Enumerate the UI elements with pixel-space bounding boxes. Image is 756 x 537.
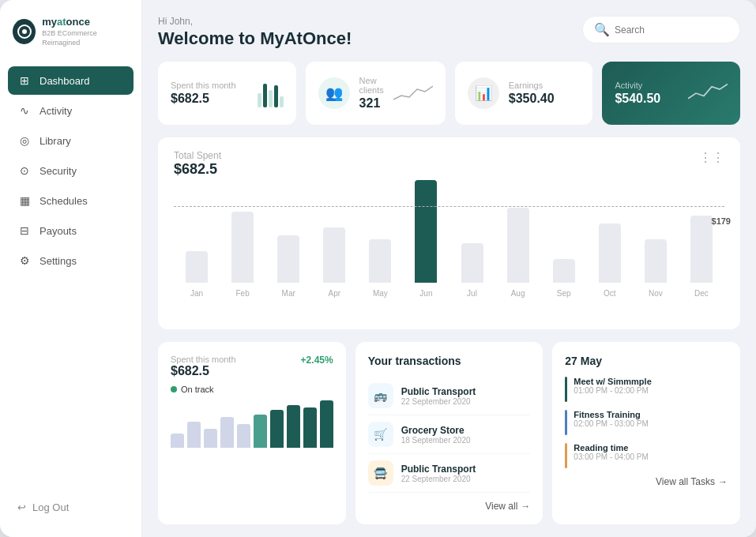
payouts-icon: ⊟	[17, 224, 32, 237]
stat-value-spent: $682.5	[171, 92, 248, 106]
bar-group-aug: Aug	[495, 208, 541, 298]
chart-header: Total Spent $682.5 ⋮⋮	[174, 150, 724, 187]
bar-group-feb: Feb	[220, 212, 265, 298]
library-icon: ◎	[17, 134, 32, 147]
bar-feb	[231, 212, 254, 283]
schedule-info-3: Reading time 03:00 PM - 04:00 PM	[574, 443, 649, 461]
bar-label-nov: Nov	[649, 289, 663, 298]
stat-card-spent: Spent this month $682.5	[158, 62, 296, 125]
bar-group-dec: Dec	[679, 216, 724, 298]
logout-button[interactable]: ↩ Log Out	[0, 494, 141, 521]
stat-info-spent: Spent this month $682.5	[171, 81, 248, 106]
bar-group-may: May	[357, 239, 403, 298]
spent-month-label: Spent this month	[171, 355, 236, 364]
bar-label-feb: Feb	[236, 289, 250, 298]
stat-value-earnings: $350.40	[509, 92, 581, 106]
reference-line-label: $179	[712, 216, 731, 226]
schedule-time-1: 01:00 PM - 02:00 PM	[574, 386, 651, 395]
mini-chart-activity	[688, 80, 728, 107]
sidebar-item-settings[interactable]: ⚙ Settings	[8, 246, 134, 275]
schedule-item-3: Reading time 03:00 PM - 04:00 PM	[565, 443, 728, 468]
mini-chart-spent	[258, 79, 284, 107]
sidebar-item-label: Security	[39, 165, 77, 177]
logo: myatonce B2B ECommerce Reimagined	[0, 16, 141, 66]
brand-name: myatonce	[42, 16, 129, 29]
chart-value: $682.5	[174, 161, 221, 178]
bar-label-jun: Jun	[419, 289, 432, 298]
stat-cards: Spent this month $682.5 👥 N	[158, 62, 740, 125]
mbar	[270, 410, 284, 448]
schedule-card: 27 May Meet w/ Simmmple 01:00 PM - 02:00…	[552, 342, 740, 524]
sidebar-item-label: Activity	[39, 105, 72, 117]
bar-label-mar: Mar	[282, 289, 295, 298]
sidebar-item-schedules[interactable]: ▦ Schedules	[8, 186, 134, 215]
on-track-status: On track	[171, 385, 333, 394]
stat-card-clients: 👥 New clients 321	[306, 62, 446, 125]
schedule-time-3: 03:00 PM - 04:00 PM	[574, 453, 649, 461]
sidebar-item-library[interactable]: ◎ Library	[8, 126, 134, 155]
mini-bar	[280, 96, 284, 107]
spent-month-value: $682.5	[171, 364, 236, 378]
bar-mar	[277, 235, 299, 283]
tx-name-3: Public Transport	[401, 464, 476, 475]
tx-icon-2: 🛒	[368, 422, 393, 447]
chart-title-group: Total Spent $682.5	[174, 150, 221, 187]
schedule-item-1: Meet w/ Simmmple 01:00 PM - 02:00 PM	[565, 377, 728, 402]
bar-group-oct: Oct	[587, 223, 633, 298]
sidebar-item-activity[interactable]: ∿ Activity	[8, 96, 134, 125]
chart-menu-icon[interactable]: ⋮⋮	[699, 150, 724, 165]
bar-label-dec: Dec	[694, 289, 709, 298]
bar-group-sep: Sep	[541, 259, 587, 298]
chart-title: Total Spent	[174, 150, 221, 161]
header-row: Hi John, Welcome to MyAtOnce! 🔍	[158, 16, 740, 49]
bar-label-jul: Jul	[467, 289, 477, 298]
sidebar-item-payouts[interactable]: ⊟ Payouts	[8, 216, 134, 245]
schedule-name-1: Meet w/ Simmmple	[574, 377, 651, 386]
bar-sep	[553, 259, 575, 283]
sidebar-item-security[interactable]: ⊙ Security	[8, 156, 134, 185]
sidebar-item-dashboard[interactable]: ⊞ Dashboard	[8, 66, 134, 95]
bar-dec	[690, 216, 713, 283]
tx-info-2: Grocery Store 18 September 2020	[401, 425, 471, 445]
bar-oct	[599, 223, 621, 283]
bar-group-apr: Apr	[311, 227, 357, 298]
bar-jan	[186, 251, 208, 283]
sidebar: myatonce B2B ECommerce Reimagined ⊞ Dash…	[0, 0, 142, 537]
bar-group-jun: Jun	[403, 180, 449, 298]
tx-info-3: Public Transport 22 September 2020	[401, 464, 476, 483]
brand-tagline: B2B ECommerce Reimagined	[42, 29, 129, 47]
stat-card-activity: Activity $540.50	[602, 62, 740, 125]
transactions-card: Your transactions 🚌 Public Transport 22 …	[355, 342, 543, 524]
sidebar-item-label: Library	[39, 135, 71, 147]
bar-label-aug: Aug	[511, 289, 525, 298]
bar-label-oct: Oct	[604, 289, 616, 298]
nav-items: ⊞ Dashboard ∿ Activity ◎ Library ⊙ Secur…	[0, 66, 141, 494]
spent-header: Spent this month $682.5 +2.45%	[171, 355, 333, 378]
search-input[interactable]	[615, 24, 728, 36]
stat-info-earnings: Earnings $350.40	[509, 81, 581, 106]
mini-bar	[269, 90, 273, 107]
tx-info-1: Public Transport 22 September 2020	[401, 386, 476, 406]
bar-group-jan: Jan	[174, 251, 220, 298]
spent-label-group: Spent this month $682.5	[171, 355, 236, 378]
bar-label-sep: Sep	[557, 289, 571, 298]
view-all-tasks-label: View all Tasks	[656, 476, 715, 487]
mini-bar	[274, 85, 278, 107]
schedule-name-2: Fitness Training	[574, 410, 649, 419]
tx-icon-1: 🚌	[368, 383, 393, 408]
stat-value-activity: $540.50	[615, 92, 679, 106]
search-bar[interactable]: 🔍	[582, 16, 740, 43]
view-all-transactions[interactable]: View all →	[368, 501, 531, 512]
bar-jul	[461, 243, 483, 283]
stat-card-earnings: 📊 Earnings $350.40	[455, 62, 593, 125]
logo-text: myatonce B2B ECommerce Reimagined	[42, 16, 129, 47]
search-icon: 🔍	[594, 22, 610, 37]
schedule-bar-2	[565, 410, 567, 435]
view-all-tasks[interactable]: View all Tasks →	[565, 476, 728, 487]
tx-date-2: 18 September 2020	[401, 436, 471, 445]
bar-label-may: May	[373, 289, 388, 298]
spent-bar-chart	[171, 400, 333, 448]
greeting-small: Hi John,	[158, 16, 352, 27]
activity-icon: ∿	[17, 104, 32, 117]
transaction-item-2: 🛒 Grocery Store 18 September 2020	[368, 415, 531, 454]
